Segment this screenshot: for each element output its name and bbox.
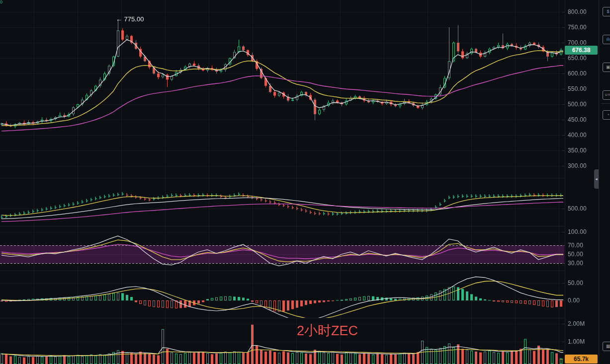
axis-label-macd: 0.00	[568, 296, 594, 304]
axis-label-main: 400.00	[568, 131, 594, 139]
axis-label-main: 800.00	[568, 8, 594, 16]
axis-label-vol: 1.00M	[568, 338, 594, 346]
axis-label-rsi: 30.00	[568, 259, 594, 267]
toolbar-divider	[601, 103, 610, 104]
axis-label-main: 450.00	[568, 116, 594, 124]
last-volume-dash: –	[560, 355, 565, 364]
axis-label-macd: 50.00	[568, 279, 594, 287]
funds-icon[interactable]: $	[603, 7, 610, 16]
high-price-annotation: ← 775.00	[116, 15, 144, 23]
right-toolbar: $ılı▣ETF◔▦	[599, 0, 610, 364]
last-volume-tag: 65.7k	[565, 355, 598, 364]
chart-plot-canvas[interactable]	[0, 0, 610, 364]
etf-icon[interactable]: ETF	[603, 90, 610, 100]
axis-label-vol: 2.00M	[568, 320, 594, 328]
axis-label-main: 300.00	[568, 162, 594, 170]
axis-label-main: 750.00	[568, 23, 594, 31]
screener-icon[interactable]: ▣	[603, 63, 610, 72]
last-price-tag: 676.38	[565, 46, 598, 55]
axis-label-rsi: 70.00	[568, 241, 594, 249]
axis-label-rsi: 100.00	[568, 228, 594, 236]
last-price-dash: –	[560, 46, 565, 55]
axis-label-main: 650.00	[568, 54, 594, 62]
panel-collapse-handle[interactable]: ◂	[594, 169, 599, 189]
axis-label-p2: 500.00	[568, 205, 594, 213]
axis-label-main: 500.00	[568, 100, 594, 108]
axis-label-main: 600.00	[568, 70, 594, 77]
markets-icon[interactable]: ılı	[603, 35, 610, 44]
axis-label-rsi: 50.00	[568, 250, 594, 258]
trading-chart-window: 0 ← 775.00 2小时ZEC 800.00750.00700.00650.…	[0, 0, 610, 364]
axis-label-main: 550.00	[568, 85, 594, 93]
axis-label-main: 350.00	[568, 146, 594, 154]
chart-watermark-title: 2小时ZEC	[297, 322, 358, 340]
alerts-icon[interactable]: ◔	[603, 110, 610, 120]
layout-icon[interactable]: ▦	[603, 342, 610, 351]
clipped-corner-label: 0	[0, 0, 2, 4]
